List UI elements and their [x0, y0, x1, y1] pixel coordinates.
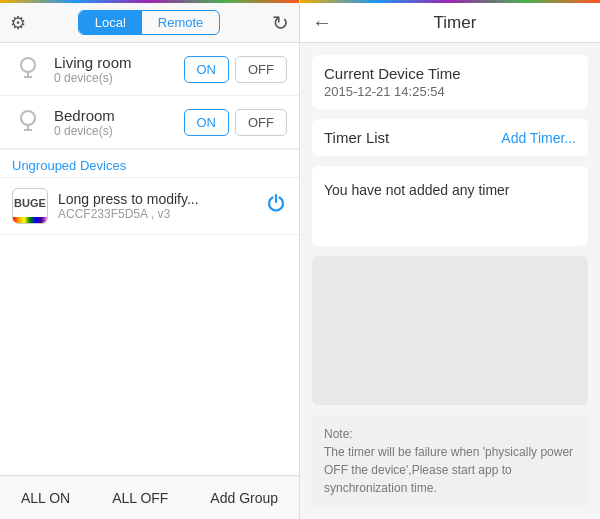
- bedroom-controls: ON OFF: [184, 109, 288, 136]
- top-bar: ⚙ Local Remote ↻: [0, 3, 299, 43]
- right-panel-title: Timer: [342, 13, 568, 33]
- device-time-section: Current Device Time 2015-12-21 14:25:54: [312, 55, 588, 109]
- bedroom-devices: 0 device(s): [54, 124, 184, 138]
- current-time-label: Current Device Time: [324, 65, 576, 82]
- device-brand-label: BUGE: [14, 197, 46, 209]
- all-on-button[interactable]: ALL ON: [13, 484, 78, 512]
- device-item[interactable]: BUGE Long press to modify... ACCF233F5D5…: [0, 178, 299, 235]
- timer-list-label: Timer List: [324, 129, 389, 146]
- empty-area: [312, 256, 588, 405]
- local-remote-toggle: Local Remote: [78, 10, 221, 35]
- bedroom-icon: [12, 106, 44, 138]
- remote-toggle-button[interactable]: Remote: [142, 11, 220, 34]
- device-info: Long press to modify... ACCF233F5D5A , v…: [58, 191, 265, 221]
- device-color-bar: [13, 217, 47, 223]
- note-text: Note: The timer will be failure when 'ph…: [324, 425, 576, 497]
- svg-point-0: [21, 58, 35, 72]
- svg-point-3: [21, 111, 35, 125]
- device-icon-inner: BUGE: [13, 189, 47, 223]
- right-header: ← Timer: [300, 3, 600, 43]
- timer-list-section: Timer List Add Timer...: [312, 119, 588, 156]
- add-timer-button[interactable]: Add Timer...: [501, 130, 576, 146]
- note-section: Note: The timer will be failure when 'ph…: [312, 415, 588, 507]
- note-title: Note:: [324, 427, 353, 441]
- room-item-living-room: Living room 0 device(s) ON OFF: [0, 43, 299, 96]
- left-panel: ⚙ Local Remote ↻ Living room 0 device(s)…: [0, 0, 300, 519]
- device-name: Long press to modify...: [58, 191, 265, 207]
- living-room-devices: 0 device(s): [54, 71, 184, 85]
- device-id: ACCF233F5D5A , v3: [58, 207, 265, 221]
- device-icon-wrap: BUGE: [12, 188, 48, 224]
- no-timer-text: You have not added any timer: [324, 182, 510, 198]
- refresh-icon[interactable]: ↻: [272, 11, 289, 35]
- right-panel: ← Timer Current Device Time 2015-12-21 1…: [300, 0, 600, 519]
- note-body: The timer will be failure when 'physical…: [324, 445, 573, 495]
- bedroom-on-button[interactable]: ON: [184, 109, 230, 136]
- rooms-list: Living room 0 device(s) ON OFF Bedroom 0…: [0, 43, 299, 475]
- living-room-on-button[interactable]: ON: [184, 56, 230, 83]
- add-group-button[interactable]: Add Group: [202, 484, 286, 512]
- no-timer-section: You have not added any timer: [312, 166, 588, 246]
- gear-icon[interactable]: ⚙: [10, 12, 26, 34]
- room-item-bedroom: Bedroom 0 device(s) ON OFF: [0, 96, 299, 149]
- local-toggle-button[interactable]: Local: [79, 11, 142, 34]
- ungrouped-devices-header: Ungrouped Devices: [0, 149, 299, 178]
- living-room-off-button[interactable]: OFF: [235, 56, 287, 83]
- power-icon[interactable]: [265, 192, 287, 220]
- living-room-icon: [12, 53, 44, 85]
- bedroom-off-button[interactable]: OFF: [235, 109, 287, 136]
- living-room-controls: ON OFF: [184, 56, 288, 83]
- all-off-button[interactable]: ALL OFF: [104, 484, 176, 512]
- living-room-info: Living room 0 device(s): [54, 54, 184, 85]
- bottom-bar: ALL ON ALL OFF Add Group: [0, 475, 299, 519]
- right-content: Current Device Time 2015-12-21 14:25:54 …: [300, 43, 600, 519]
- bedroom-name: Bedroom: [54, 107, 184, 124]
- living-room-name: Living room: [54, 54, 184, 71]
- current-time-value: 2015-12-21 14:25:54: [324, 84, 576, 99]
- back-arrow-icon[interactable]: ←: [312, 11, 332, 34]
- bedroom-info: Bedroom 0 device(s): [54, 107, 184, 138]
